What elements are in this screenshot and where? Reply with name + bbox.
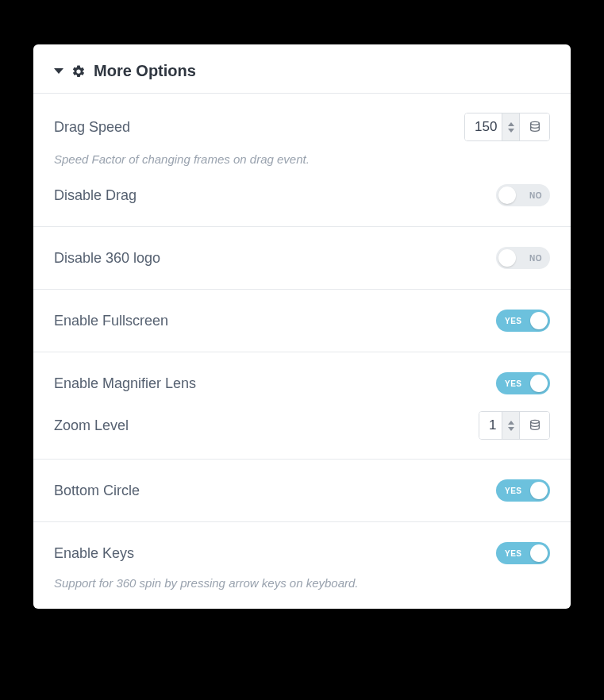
chevron-down-icon xyxy=(54,68,63,74)
enable-fullscreen-toggle[interactable]: YES xyxy=(496,310,550,332)
toggle-label: YES xyxy=(505,317,522,325)
toggle-label: YES xyxy=(505,379,522,388)
drag-speed-input[interactable] xyxy=(465,113,502,140)
disable-drag-toggle[interactable]: NO xyxy=(496,184,550,206)
gear-icon xyxy=(71,64,86,79)
toggle-knob xyxy=(530,312,548,329)
enable-keys-label: Enable Keys xyxy=(54,545,134,562)
toggle-knob xyxy=(530,375,548,392)
toggle-label: YES xyxy=(505,549,522,558)
chevron-down-icon[interactable] xyxy=(508,427,514,431)
toggle-knob xyxy=(498,249,516,267)
drag-speed-label: Drag Speed xyxy=(54,119,130,136)
zoom-level-spinner[interactable] xyxy=(502,412,519,439)
enable-keys-toggle[interactable]: YES xyxy=(496,542,550,564)
chevron-up-icon[interactable] xyxy=(508,421,514,425)
zoom-level-dynamic-button[interactable] xyxy=(519,412,549,439)
disable-360-logo-label: Disable 360 logo xyxy=(54,250,160,267)
enable-keys-hint: Support for 360 spin by pressing arrow k… xyxy=(54,576,550,590)
disable-360-logo-toggle[interactable]: NO xyxy=(496,247,550,269)
toggle-label: NO xyxy=(529,191,542,200)
drag-speed-dynamic-button[interactable] xyxy=(519,113,549,140)
toggle-knob xyxy=(498,187,516,204)
drag-speed-hint: Speed Factor of changing frames on drag … xyxy=(54,152,550,166)
bottom-circle-label: Bottom Circle xyxy=(54,483,140,499)
panel-header[interactable]: More Options xyxy=(33,44,571,94)
enable-magnifier-toggle[interactable]: YES xyxy=(496,372,550,394)
toggle-label: YES xyxy=(505,487,522,495)
toggle-knob xyxy=(530,482,548,499)
panel-title: More Options xyxy=(94,62,196,80)
disable-drag-label: Disable Drag xyxy=(54,187,137,204)
chevron-down-icon[interactable] xyxy=(508,129,514,133)
svg-point-0 xyxy=(530,121,539,125)
zoom-level-label: Zoom Level xyxy=(54,417,129,434)
drag-speed-stepper xyxy=(464,113,550,141)
zoom-level-stepper xyxy=(479,411,550,440)
toggle-knob xyxy=(530,544,548,562)
enable-magnifier-label: Enable Magnifier Lens xyxy=(54,375,196,392)
svg-point-1 xyxy=(530,420,539,423)
zoom-level-input[interactable] xyxy=(479,412,502,439)
drag-speed-spinner[interactable] xyxy=(502,113,519,140)
chevron-up-icon[interactable] xyxy=(508,122,514,126)
more-options-panel: More Options Drag Speed xyxy=(33,44,571,609)
enable-fullscreen-label: Enable Fullscreen xyxy=(54,313,168,329)
bottom-circle-toggle[interactable]: YES xyxy=(496,479,550,502)
toggle-label: NO xyxy=(529,254,542,263)
